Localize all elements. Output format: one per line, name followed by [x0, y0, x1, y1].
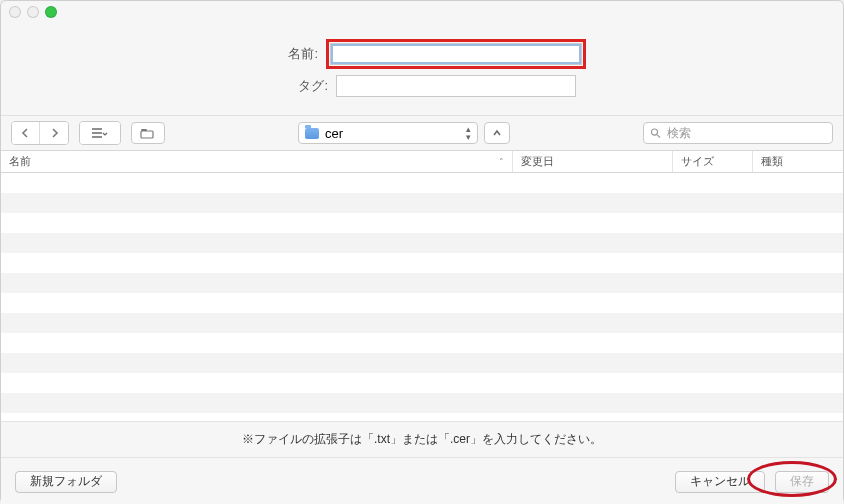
location-folder-name: cer [325, 126, 343, 141]
collapse-button[interactable] [484, 122, 510, 144]
file-list[interactable] [1, 173, 843, 421]
list-row [1, 353, 843, 373]
window-titlebar [1, 1, 843, 23]
column-date-label: 変更日 [521, 154, 554, 169]
column-header-row: 名前 ˄ 変更日 サイズ 種類 [1, 151, 843, 173]
window-minimize-button[interactable] [27, 6, 39, 18]
list-row [1, 413, 843, 421]
dialog-footer: 新規フォルダ キャンセル 保存 [1, 457, 843, 504]
list-view-icon [91, 127, 109, 139]
name-input[interactable] [330, 43, 582, 65]
search-input[interactable] [667, 126, 826, 140]
list-row [1, 333, 843, 353]
list-row [1, 253, 843, 273]
name-label: 名前: [258, 45, 318, 63]
list-row [1, 273, 843, 293]
cancel-button[interactable]: キャンセル [675, 471, 765, 493]
list-row [1, 173, 843, 193]
column-header-date[interactable]: 変更日 [513, 151, 673, 172]
window-zoom-button[interactable] [45, 6, 57, 18]
view-list-button[interactable] [80, 122, 120, 144]
column-name-label: 名前 [9, 154, 31, 169]
search-icon [650, 127, 661, 139]
svg-rect-0 [141, 131, 153, 138]
group-icon [140, 127, 156, 139]
svg-rect-1 [141, 129, 147, 131]
new-folder-button[interactable]: 新規フォルダ [15, 471, 117, 493]
list-row [1, 213, 843, 233]
list-row [1, 313, 843, 333]
save-button[interactable]: 保存 [775, 471, 829, 493]
tag-label: タグ: [268, 77, 328, 95]
list-row [1, 193, 843, 213]
list-row [1, 373, 843, 393]
list-row [1, 393, 843, 413]
extension-hint: ※ファイルの拡張子は「.txt」または「.cer」を入力してください。 [1, 421, 843, 457]
extension-hint-text: ※ファイルの拡張子は「.txt」または「.cer」を入力してください。 [242, 431, 602, 448]
name-tag-form: 名前: タグ: [1, 23, 843, 115]
location-toolbar: cer ▴▾ [1, 115, 843, 151]
column-header-kind[interactable]: 種類 [753, 151, 843, 172]
nav-back-forward [11, 121, 69, 145]
column-header-size[interactable]: サイズ [673, 151, 753, 172]
nav-forward-button[interactable] [40, 122, 68, 144]
chevron-left-icon [21, 128, 30, 138]
location-popup[interactable]: cer ▴▾ [298, 122, 478, 144]
chevron-up-icon [492, 128, 502, 138]
annotation-name-highlight [326, 39, 586, 69]
nav-back-button[interactable] [12, 122, 40, 144]
sort-asc-icon: ˄ [499, 157, 504, 167]
updown-arrows-icon: ▴▾ [466, 125, 471, 141]
column-header-name[interactable]: 名前 ˄ [1, 151, 513, 172]
search-field[interactable] [643, 122, 833, 144]
view-mode-segment [79, 121, 121, 145]
column-size-label: サイズ [681, 154, 714, 169]
svg-point-2 [651, 129, 657, 135]
column-kind-label: 種類 [761, 154, 783, 169]
group-button[interactable] [131, 122, 165, 144]
window-close-button[interactable] [9, 6, 21, 18]
list-row [1, 233, 843, 253]
chevron-right-icon [50, 128, 59, 138]
list-row [1, 293, 843, 313]
folder-icon [305, 128, 319, 139]
save-dialog: 名前: タグ: [0, 0, 844, 504]
tag-input[interactable] [336, 75, 576, 97]
